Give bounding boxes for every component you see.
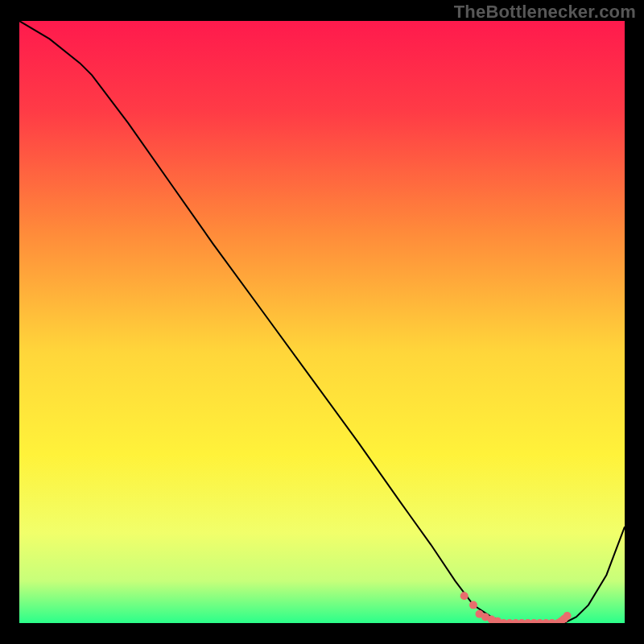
bottleneck-chart [0, 0, 644, 644]
chart-background [19, 21, 625, 623]
curve-marker [564, 612, 572, 620]
watermark-text: TheBottlenecker.com [454, 2, 636, 23]
curve-marker [469, 601, 477, 609]
curve-marker [460, 592, 469, 600]
